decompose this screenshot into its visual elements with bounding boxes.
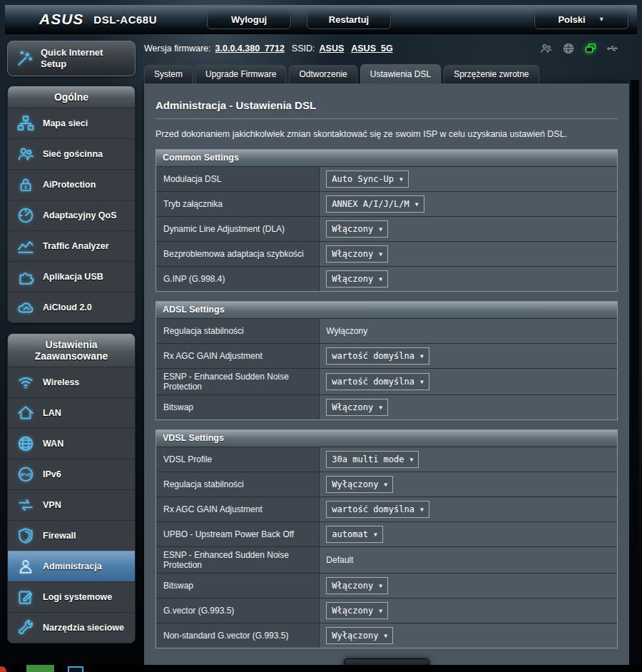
page-title: Administracja - Ustawienia DSL	[156, 99, 618, 111]
tab-system[interactable]: System	[144, 65, 193, 83]
taskbar-red-icon[interactable]	[0, 666, 6, 672]
modulacja-dsl-select[interactable]: Auto Sync-Up▼	[326, 170, 409, 188]
taskbar-blue-icon[interactable]	[68, 666, 83, 672]
sidebar-item-label: Wireless	[43, 377, 79, 388]
sidebar-item-firewall[interactable]: Firewall	[8, 520, 135, 551]
sidebar-item-adaptacyjny-qos[interactable]: Adaptacyjny QoS	[8, 200, 135, 230]
sidebar-item-aplikacja-usb[interactable]: Aplikacja USB	[8, 261, 135, 292]
g-inp-g-998-4-select[interactable]: Włączony▼	[326, 270, 388, 287]
aiprotection-lock-icon	[16, 175, 35, 194]
ssid-link-24g[interactable]: ASUS	[320, 44, 345, 54]
table-row: UPBO - Upstream Power Back Offautomat▼	[156, 521, 617, 546]
regulacja-stabilnosci-select[interactable]: Wyłączony▼	[326, 476, 393, 493]
sidebar-item-narzedzia-sieciowe[interactable]: Narzędzia sieciowe	[8, 612, 135, 643]
sidebar-item-label: Narzędzia sieciowe	[43, 623, 124, 633]
bezproblemowa-adaptacja-szybkosci-select[interactable]: Włączony▼	[326, 245, 388, 263]
ssid-link-5g[interactable]: ASUS_5G	[351, 44, 392, 54]
quick-internet-setup-button[interactable]: Quick Internet Setup	[7, 41, 136, 76]
tab-ustawienia-dsl[interactable]: Ustawienia DSL	[360, 64, 441, 83]
page-description: Przed dokonaniem jakichkolwiek zmian sko…	[156, 129, 618, 139]
magic-wand-icon	[15, 49, 34, 68]
setting-label: ESNP - Enhanced Sudden Noise Protection	[156, 547, 320, 573]
usb-icon[interactable]	[606, 42, 619, 55]
tab-bar: SystemUpgrade FirmwareOdtworzenieUstawie…	[144, 64, 629, 83]
sidebar-item-traffic-analyzer[interactable]: Traffic Analyzer	[8, 230, 135, 261]
select-value: automat	[332, 529, 368, 539]
taskbar-green-icon[interactable]	[26, 665, 54, 672]
nav-group-ustawienia-zaawansowane: Ustawienia ZaawansowaneWirelessLANWANIPv…	[7, 333, 136, 643]
chevron-down-icon: ▼	[420, 506, 424, 513]
chevron-down-icon: ▼	[420, 353, 424, 360]
bitswap-select[interactable]: Włączony▼	[326, 399, 388, 416]
select-value: Włączony	[332, 249, 373, 259]
setting-label: Non-standard G.vector (G.993.5)	[156, 623, 320, 648]
chevron-down-icon: ▼	[409, 457, 413, 463]
internet-globe-icon[interactable]	[562, 42, 575, 55]
sidebar-item-lan[interactable]: LAN	[8, 397, 135, 428]
table-row: ESNP - Enhanced Sudden Noise ProtectionD…	[156, 546, 617, 573]
sidebar-item-wan[interactable]: WAN	[8, 428, 135, 459]
clients-icon[interactable]	[540, 42, 553, 55]
chevron-down-icon: ▼	[415, 201, 419, 208]
sidebar-item-wireless[interactable]: Wireless	[8, 367, 135, 397]
nav-group-ogolne: OgólneMapa sieciSieć gościnnaAiProtectio…	[7, 86, 136, 323]
sidebar-item-logi-systemowe[interactable]: Logi systemowe	[8, 581, 135, 612]
ipv6-icon: IPv6	[16, 465, 35, 484]
g-vector-g-993-5-select[interactable]: Włączony▼	[326, 602, 388, 619]
system-log-icon	[16, 588, 35, 606]
setting-value-cell: Default	[320, 547, 617, 573]
reboot-button[interactable]: Restartuj	[307, 10, 391, 29]
sidebar-item-vpn[interactable]: VPN	[8, 489, 135, 520]
rx-agc-gain-adjustment-select[interactable]: wartość domyślna▼	[326, 501, 429, 518]
sidebar-item-aiprotection[interactable]: AiProtection	[8, 169, 135, 200]
chevron-down-icon: ▼	[379, 251, 382, 258]
network-tools-wrench-icon	[16, 618, 35, 637]
vpn-icon	[16, 496, 35, 514]
setting-label: Rx AGC GAIN Adjustment	[156, 344, 320, 368]
setting-value-cell: Wyłączony▼	[320, 472, 617, 497]
wireless-icon	[16, 373, 35, 392]
chevron-down-icon: ▼	[399, 176, 403, 183]
tab-odtworzenie[interactable]: Odtworzenie	[289, 65, 357, 83]
asus-logo: ASUS	[39, 11, 83, 28]
sidebar-item-mapa-sieci[interactable]: Mapa sieci	[8, 108, 135, 138]
table-row: ESNP - Enhanced Sudden Noise Protectionw…	[156, 368, 617, 394]
tab-upgrade-firmware[interactable]: Upgrade Firmware	[195, 65, 286, 83]
select-value: Wyłączony	[332, 479, 378, 489]
firmware-info-bar: Wersja firmware: 3.0.0.4.380_7712 SSID: …	[144, 41, 629, 56]
dynamic-line-adjustment-dla-select[interactable]: Włączony▼	[326, 220, 388, 238]
usb-app-puzzle-icon	[16, 268, 35, 286]
setting-value-cell: wartość domyślna▼	[320, 369, 617, 394]
language-dropdown[interactable]: Polski ▼	[534, 10, 628, 29]
sidebar-item-label: LAN	[43, 408, 61, 419]
lan-devices-icon[interactable]	[584, 42, 597, 55]
select-value: Auto Sync-Up	[332, 174, 394, 184]
chevron-down-icon: ▼	[379, 276, 382, 282]
select-value: 30a multi mode	[332, 454, 404, 464]
vdsl-profile-select[interactable]: 30a multi mode▼	[326, 451, 419, 468]
bitswap-select[interactable]: Włączony▼	[326, 577, 388, 594]
administration-person-icon	[16, 557, 35, 576]
taskbar-strip	[0, 665, 642, 672]
setting-value-cell: wartość domyślna▼	[320, 344, 617, 368]
sidebar-item-ipv6[interactable]: IPv6IPv6	[8, 459, 135, 489]
esnp-enhanced-sudden-noise-protection-select[interactable]: wartość domyślna▼	[326, 373, 429, 390]
upbo-upstream-power-back-off-select[interactable]: automat▼	[326, 526, 382, 543]
non-standard-g-vector-g-993-5-select[interactable]: Wyłączony▼	[326, 627, 393, 644]
sidebar: Quick Internet Setup OgólneMapa sieciSie…	[7, 41, 136, 653]
select-value: Włączony	[332, 581, 373, 591]
sidebar-item-label: IPv6	[43, 469, 61, 480]
sidebar-item-administracja[interactable]: Administracja	[8, 551, 135, 581]
table-row: Bezproblemowa adaptacja szybkościWłączon…	[156, 241, 617, 266]
top-header-bar: ASUS DSL-AC68U Wyloguj Restartuj Polski …	[5, 5, 637, 34]
main-area: Wersja firmware: 3.0.0.4.380_7712 SSID: …	[144, 41, 629, 672]
tab-sprzezenie-zwrotne[interactable]: Sprzężenie zwrotne	[444, 65, 539, 83]
rx-agc-gain-adjustment-select[interactable]: wartość domyślna▼	[326, 347, 429, 365]
sidebar-item-aicloud-2-0[interactable]: AiCloud 2.0	[8, 292, 135, 322]
tryb-za-acznika-select[interactable]: ANNEX A/I/J/L/M▼	[326, 195, 424, 213]
firmware-version-link[interactable]: 3.0.0.4.380_7712	[215, 44, 285, 54]
logout-button[interactable]: Wyloguj	[207, 10, 291, 29]
sidebar-item-siec-goscinna[interactable]: Sieć gościnna	[8, 138, 135, 169]
content-panel: Administracja - Ustawienia DSL Przed dok…	[144, 83, 629, 672]
sidebar-item-label: Logi systemowe	[43, 592, 112, 603]
